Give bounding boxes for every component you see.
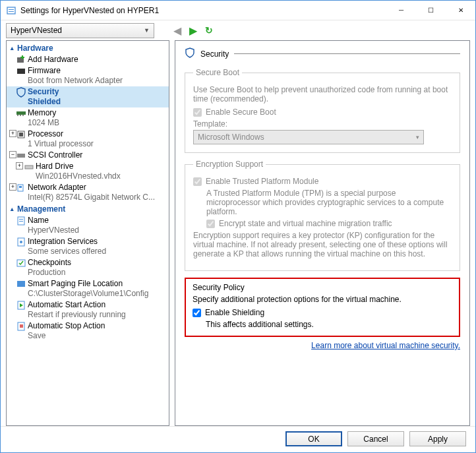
svg-rect-8 — [17, 115, 18, 116]
section-management[interactable]: ▴ Management — [7, 203, 169, 215]
nav-forward-button[interactable]: ▶ — [186, 23, 200, 38]
refresh-button[interactable]: ↻ — [202, 23, 216, 38]
sidebar-item-add-hardware[interactable]: Add Hardware — [7, 54, 169, 65]
enable-secure-boot-input — [193, 108, 202, 117]
checkpoints-icon — [16, 258, 26, 268]
network-adapter-icon — [16, 183, 26, 193]
section-label: Hardware — [17, 44, 53, 53]
close-button[interactable]: ✕ — [446, 1, 475, 20]
kp-desc: Encryption support requires a key protec… — [193, 231, 452, 258]
svg-rect-18 — [19, 219, 23, 220]
secure-boot-legend: Secure Boot — [193, 68, 242, 77]
add-hardware-icon — [16, 55, 26, 65]
shield-icon — [16, 87, 26, 98]
svg-rect-9 — [20, 115, 21, 116]
sidebar[interactable]: ▴ Hardware Add Hardware Firmware Boot fr… — [6, 40, 169, 426]
svg-rect-26 — [20, 324, 23, 328]
chevron-down-icon: ▾ — [416, 134, 419, 140]
secure-boot-desc: Use Secure Boot to help prevent unauthor… — [193, 85, 452, 104]
svg-rect-13 — [17, 154, 25, 158]
processor-icon — [16, 129, 26, 140]
toolbar: HyperVNested ▼ ◀ ▶ ↻ — [1, 20, 475, 40]
ok-button[interactable]: OK — [285, 431, 342, 446]
sidebar-item-auto-stop[interactable]: Automatic Stop Action Save — [7, 320, 169, 342]
caret-up-icon: ▴ — [11, 206, 17, 212]
enable-secure-boot-checkbox: Enable Secure Boot — [193, 107, 452, 117]
maximize-button[interactable]: ☐ — [416, 1, 446, 20]
sidebar-item-integration-services[interactable]: Integration Services Some services offer… — [7, 236, 169, 257]
template-label: Template: — [193, 119, 452, 129]
apply-button[interactable]: Apply — [409, 431, 466, 446]
auto-start-icon — [16, 300, 26, 311]
svg-rect-10 — [22, 115, 24, 116]
firmware-icon — [16, 66, 26, 76]
memory-icon — [16, 108, 26, 119]
nav-back-button[interactable]: ◀ — [170, 23, 185, 38]
svg-rect-12 — [19, 133, 23, 136]
sidebar-item-security[interactable]: Security Shielded — [7, 86, 169, 107]
section-label: Management — [17, 204, 65, 214]
sidebar-item-memory[interactable]: Memory 1024 MB — [7, 107, 169, 129]
enable-shielding-checkbox[interactable]: Enable Shielding — [193, 308, 452, 317]
secure-boot-group: Secure Boot Use Secure Boot to help prev… — [185, 68, 460, 153]
sidebar-item-auto-start[interactable]: Automatic Start Action Restart if previo… — [7, 299, 169, 320]
svg-point-21 — [20, 241, 22, 243]
svg-rect-23 — [17, 281, 25, 287]
sidebar-item-scsi-controller[interactable]: − SCSI Controller — [7, 150, 169, 161]
sidebar-item-name[interactable]: Name HyperVNested — [7, 215, 169, 236]
encrypt-traffic-checkbox: Encrypt state and virtual machine migrat… — [206, 219, 452, 228]
integration-icon — [16, 237, 26, 247]
encryption-group: Encryption Support Enable Trusted Platfo… — [185, 160, 460, 271]
enable-tpm-input — [193, 177, 202, 186]
divider — [234, 53, 460, 54]
hard-drive-icon — [24, 162, 34, 172]
shield-icon — [185, 47, 195, 60]
tpm-desc: A Trusted Platform Module (TPM) is a spe… — [206, 189, 452, 216]
main-title: Security — [200, 49, 229, 59]
expand-icon[interactable]: + — [16, 162, 23, 169]
svg-rect-1 — [9, 9, 14, 10]
section-hardware[interactable]: ▴ Hardware — [7, 42, 169, 54]
svg-rect-0 — [7, 7, 15, 14]
sidebar-item-firmware[interactable]: Firmware Boot from Network Adapter — [7, 65, 169, 86]
security-policy-desc: Specify additional protection options fo… — [193, 295, 452, 304]
paging-icon — [16, 279, 26, 289]
enable-shielding-input[interactable] — [193, 309, 201, 317]
cancel-button[interactable]: Cancel — [347, 431, 404, 446]
template-select: Microsoft Windows ▾ — [193, 130, 424, 144]
caret-up-icon: ▴ — [11, 45, 17, 51]
encryption-legend: Encryption Support — [193, 160, 266, 169]
auto-stop-icon — [16, 321, 26, 332]
svg-rect-14 — [25, 166, 33, 169]
svg-rect-6 — [17, 69, 25, 74]
title-bar: Settings for HyperVNested on HYPER1 ─ ☐ … — [1, 1, 475, 20]
sidebar-item-hard-drive[interactable]: + Hard Drive Win2016HVnested.vhdx — [7, 161, 169, 182]
vm-selector[interactable]: HyperVNested ▼ — [6, 23, 154, 38]
scsi-icon — [16, 150, 26, 161]
sidebar-item-smart-paging[interactable]: Smart Paging File Location C:\ClusterSto… — [7, 278, 169, 299]
svg-rect-2 — [9, 11, 14, 12]
window-title: Settings for HyperVNested on HYPER1 — [20, 6, 386, 15]
chevron-down-icon: ▼ — [144, 27, 150, 34]
svg-rect-7 — [16, 111, 26, 115]
name-icon — [16, 216, 26, 226]
learn-more-link[interactable]: Learn more about virtual machine securit… — [311, 341, 460, 350]
main-panel: Security Secure Boot Use Secure Boot to … — [175, 40, 470, 426]
security-policy-group: Security Policy Specify additional prote… — [185, 278, 460, 337]
vm-selected-value: HyperVNested — [11, 26, 62, 35]
sidebar-item-processor[interactable]: + Processor 1 Virtual processor — [7, 129, 169, 150]
security-policy-legend: Security Policy — [193, 283, 452, 292]
sidebar-item-network-adapter[interactable]: + Network Adapter Intel(R) 82574L Gigabi… — [7, 182, 169, 203]
settings-icon — [6, 5, 16, 16]
svg-rect-16 — [19, 186, 22, 188]
shielding-note: This affects additional settings. — [206, 320, 452, 329]
sidebar-item-checkpoints[interactable]: Checkpoints Production — [7, 257, 169, 278]
encrypt-traffic-input — [206, 220, 215, 228]
enable-tpm-checkbox: Enable Trusted Platform Module — [193, 177, 452, 186]
svg-rect-5 — [20, 57, 24, 58]
minimize-button[interactable]: ─ — [386, 1, 416, 20]
dialog-buttons: OK Cancel Apply — [1, 426, 475, 451]
svg-rect-19 — [19, 221, 23, 222]
